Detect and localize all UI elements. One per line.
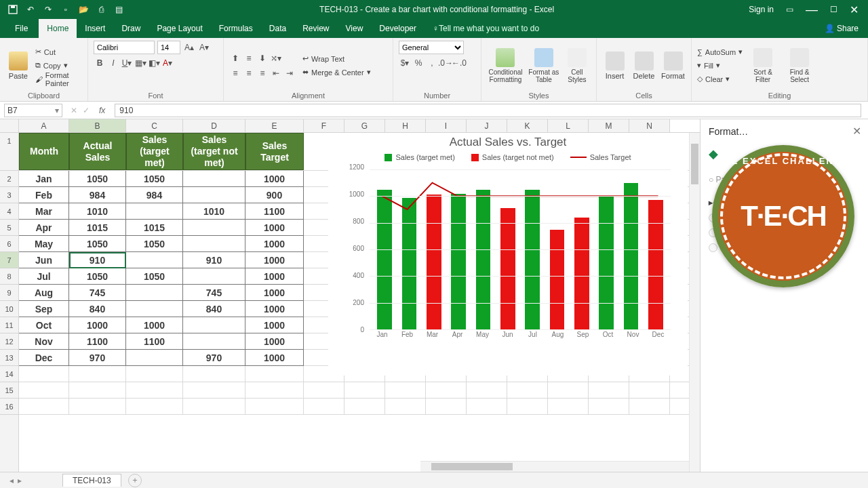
colhdr-C[interactable]: C	[126, 119, 183, 132]
cell-C9[interactable]	[126, 285, 183, 301]
rowhdr-16[interactable]: 16	[0, 399, 18, 415]
number-format-select[interactable]: General	[399, 41, 464, 54]
sheet-nav-prev-icon[interactable]: ◂	[9, 476, 14, 485]
rowhdr-4[interactable]: 4	[0, 203, 18, 220]
maximize-icon[interactable]: ☐	[830, 5, 837, 14]
colhdr-I[interactable]: I	[426, 119, 467, 132]
select-all-button[interactable]	[0, 119, 19, 132]
comma-icon[interactable]: ,	[426, 57, 438, 69]
font-color-icon[interactable]: A▾	[161, 57, 174, 69]
cell-C3[interactable]: 984	[126, 187, 183, 203]
tab-formulas[interactable]: Formulas	[211, 19, 261, 38]
undo-icon[interactable]: ↶	[24, 3, 37, 16]
cell-D10[interactable]: 840	[183, 301, 245, 317]
increase-font-icon[interactable]: A▴	[183, 41, 195, 54]
cell-B8[interactable]: 1050	[69, 268, 126, 285]
colhdr-E[interactable]: E	[245, 119, 304, 132]
new-icon[interactable]: ▫	[60, 3, 72, 16]
colhdr-D[interactable]: D	[183, 119, 245, 132]
tab-data[interactable]: Data	[261, 19, 294, 38]
rowhdr-13[interactable]: 13	[0, 350, 18, 366]
cell-D2[interactable]	[183, 171, 245, 187]
rowhdr-15[interactable]: 15	[0, 382, 18, 399]
cell-E11[interactable]: 1000	[245, 317, 304, 333]
empty-row[interactable]	[19, 382, 700, 399]
clear-button[interactable]: ◇ Clear ▾	[697, 73, 743, 86]
cell-C2[interactable]: 1050	[126, 171, 183, 187]
sort-filter-button[interactable]: Sort & Filter	[747, 48, 779, 83]
colhdr-H[interactable]: H	[385, 119, 426, 132]
fill-button[interactable]: ▾ Fill ▾	[697, 59, 743, 73]
colhdr-B[interactable]: B	[69, 119, 126, 132]
cell-E3[interactable]: 900	[245, 187, 304, 203]
cancel-formula-icon[interactable]: ✕	[71, 106, 77, 115]
share-button[interactable]: 👤 Share	[825, 24, 859, 33]
border-icon[interactable]: ▦▾	[134, 57, 146, 69]
cell-D11[interactable]	[183, 317, 245, 333]
formula-input[interactable]: 910	[115, 104, 861, 117]
format-painter-button[interactable]: 🖌 Format Painter	[35, 73, 82, 86]
cell-C4[interactable]	[126, 203, 183, 220]
cut-button[interactable]: ✂ Cut	[35, 45, 82, 59]
cell-D3[interactable]	[183, 187, 245, 203]
increase-indent-icon[interactable]: ⇥	[283, 67, 296, 79]
align-left-icon[interactable]: ≡	[229, 67, 241, 79]
cell-A5[interactable]: Apr	[19, 220, 69, 236]
tell-me[interactable]: ♀ Tell me what you want to do	[425, 19, 547, 38]
increase-decimal-icon[interactable]: .0→	[439, 57, 452, 69]
cell-A6[interactable]: May	[19, 236, 69, 252]
rowhdr-1[interactable]: 1	[0, 133, 18, 171]
rowhdr-12[interactable]: 12	[0, 333, 18, 350]
cell-C6[interactable]: 1050	[126, 236, 183, 252]
cell-C7[interactable]	[126, 252, 183, 268]
cell-B10[interactable]: 840	[69, 301, 126, 317]
rowhdr-2[interactable]: 2	[0, 171, 18, 187]
cell-B11[interactable]: 1000	[69, 317, 126, 333]
cell-B12[interactable]: 1100	[69, 333, 126, 350]
cell-C8[interactable]: 1050	[126, 268, 183, 285]
vertical-scrollbar[interactable]	[689, 133, 700, 472]
cell-B6[interactable]: 1050	[69, 236, 126, 252]
find-select-button[interactable]: Find & Select	[783, 48, 816, 83]
colhdr-G[interactable]: G	[344, 119, 385, 132]
save-icon[interactable]	[7, 3, 19, 16]
cell-B9[interactable]: 745	[69, 285, 126, 301]
tab-insert[interactable]: Insert	[77, 19, 113, 38]
cell-D4[interactable]: 1010	[183, 203, 245, 220]
cell-C5[interactable]: 1015	[126, 220, 183, 236]
cell-E10[interactable]: 1000	[245, 301, 304, 317]
preview-icon[interactable]: ▤	[113, 3, 125, 16]
cell-A11[interactable]: Oct	[19, 317, 69, 333]
open-icon[interactable]: 📂	[77, 3, 90, 16]
cell-A4[interactable]: Mar	[19, 203, 69, 220]
cell-D9[interactable]: 745	[183, 285, 245, 301]
tab-page-layout[interactable]: Page Layout	[149, 19, 210, 38]
bold-icon[interactable]: B	[94, 57, 106, 69]
rowhdr-9[interactable]: 9	[0, 285, 18, 301]
sheet-nav-next-icon[interactable]: ▸	[18, 476, 22, 485]
cell-styles-button[interactable]: Cell Styles	[564, 48, 591, 83]
cell-D13[interactable]: 970	[183, 350, 245, 366]
currency-icon[interactable]: $▾	[399, 57, 411, 69]
cell-A8[interactable]: Jul	[19, 268, 69, 285]
rowhdr-3[interactable]: 3	[0, 187, 18, 203]
cell-D8[interactable]	[183, 268, 245, 285]
colhdr-J[interactable]: J	[467, 119, 507, 132]
tab-home[interactable]: Home	[39, 19, 77, 38]
cell-D12[interactable]	[183, 333, 245, 350]
cell-A10[interactable]: Sep	[19, 301, 69, 317]
cell-D5[interactable]	[183, 220, 245, 236]
merge-center-button[interactable]: ⬌ Merge & Center ▾	[302, 66, 371, 79]
align-center-icon[interactable]: ≡	[243, 67, 255, 79]
cell-E12[interactable]: 1000	[245, 333, 304, 350]
name-box[interactable]: B7▾	[4, 104, 62, 117]
paste-button[interactable]: Paste	[5, 52, 31, 80]
redo-icon[interactable]: ↷	[42, 3, 54, 16]
cell-A7[interactable]: Jun	[19, 252, 69, 268]
format-as-table-button[interactable]: Format as Table	[528, 48, 559, 83]
rowhdr-11[interactable]: 11	[0, 317, 18, 333]
cell-C10[interactable]	[126, 301, 183, 317]
cell-B2[interactable]: 1050	[69, 171, 126, 187]
cell-B3[interactable]: 984	[69, 187, 126, 203]
enter-formula-icon[interactable]: ✓	[83, 106, 90, 115]
